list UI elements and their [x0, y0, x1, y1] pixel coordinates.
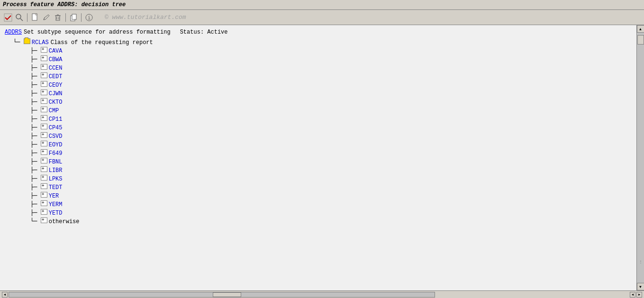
cava-expand-icon[interactable] [41, 47, 47, 53]
f649-label[interactable]: F649 [49, 150, 63, 157]
scroll-up-button[interactable]: ▲ [637, 25, 644, 33]
cp45-label[interactable]: CP45 [49, 125, 63, 131]
search-icon[interactable] [14, 12, 25, 23]
bottom-left: ◄ [0, 292, 435, 298]
list-item: ├─ F649 [30, 149, 632, 157]
list-item: ├─ CEOY [30, 81, 632, 89]
ceoy-label[interactable]: CEOY [49, 82, 63, 89]
cava-label[interactable]: CAVA [49, 48, 63, 54]
scroll-left-button[interactable]: ◄ [2, 292, 8, 298]
cp11-expand-icon[interactable] [41, 115, 47, 121]
content-scroll[interactable]: ADDRS Set subtype sequence for address f… [0, 25, 636, 290]
toolbar-separator-1 [27, 13, 27, 22]
new-icon[interactable] [30, 12, 40, 23]
list-item: ├─ CP45 [30, 124, 632, 131]
list-item: ├─ FBNL [30, 158, 632, 165]
connector-rclas: └─ [13, 39, 24, 45]
otherwise-expand-icon[interactable] [41, 217, 47, 223]
connector: ├─ [30, 184, 41, 190]
list-item: ├─ TEDT [30, 183, 632, 191]
connector: ├─ [30, 81, 41, 88]
cmp-expand-icon[interactable] [41, 107, 47, 112]
copy-icon[interactable] [68, 12, 79, 23]
ckto-label[interactable]: CKTO [49, 99, 63, 106]
tedt-label[interactable]: TEDT [49, 184, 63, 191]
scroll-right-next-button[interactable]: ► [636, 292, 642, 298]
yer-label[interactable]: YER [49, 193, 59, 199]
fbnl-expand-icon[interactable] [41, 158, 47, 163]
vertical-scrollbar[interactable]: ▲ ⋮ ▼ [636, 25, 644, 290]
connector: ├─ [30, 90, 41, 97]
delete-icon[interactable] [53, 12, 63, 23]
scroll-down-button[interactable]: ▼ [637, 283, 644, 290]
title-bar: Process feature ADDRS: decision tree [0, 0, 644, 10]
horizontal-scroll-track[interactable] [9, 292, 435, 298]
eoyd-expand-icon[interactable] [41, 141, 47, 146]
connector: ├─ [30, 201, 41, 208]
otherwise-label[interactable]: otherwise [49, 218, 80, 225]
addrs-node-label[interactable]: ADDRS [5, 29, 22, 36]
connector: ├─ [30, 167, 41, 173]
scroll-track[interactable]: ⋮ [637, 33, 644, 283]
cedt-expand-icon[interactable] [41, 72, 47, 78]
connector: ├─ [30, 141, 41, 148]
tree-level1: └─ RCLAS Class of the requesting report … [13, 38, 632, 225]
list-item: ├─ YER [30, 192, 632, 199]
connector: ├─ [30, 124, 41, 131]
rclas-label[interactable]: RCLAS [32, 39, 49, 46]
cmp-label[interactable]: CMP [49, 108, 59, 114]
libr-expand-icon[interactable] [41, 166, 47, 172]
info-icon[interactable]: i [84, 12, 94, 23]
svg-text:i: i [88, 16, 91, 21]
content-area: ADDRS Set subtype sequence for address f… [0, 25, 636, 290]
eoyd-label[interactable]: EOYD [49, 142, 63, 148]
toolbar: i © www.tutorialkart.com [0, 10, 644, 25]
cbwa-label[interactable]: CBWA [49, 56, 63, 63]
edit-icon[interactable] [41, 12, 52, 23]
cp11-label[interactable]: CP11 [49, 116, 63, 123]
list-item: ├─ CP11 [30, 115, 632, 123]
cp45-expand-icon[interactable] [41, 124, 47, 129]
list-item: ├─ CBWA [30, 55, 632, 63]
connector: ├─ [30, 133, 41, 139]
addrs-status: Status: Active [180, 29, 228, 36]
ccen-expand-icon[interactable] [41, 64, 47, 70]
tedt-expand-icon[interactable] [41, 183, 47, 189]
list-item: ├─ CJWN [30, 90, 632, 97]
ceoy-expand-icon[interactable] [41, 81, 47, 87]
connector: ├─ [30, 150, 41, 156]
libr-label[interactable]: LIBR [49, 167, 63, 174]
rclas-node: └─ RCLAS Class of the requesting report [13, 38, 632, 46]
cbwa-expand-icon[interactable] [41, 55, 47, 61]
main-area: ADDRS Set subtype sequence for address f… [0, 25, 644, 290]
csvd-label[interactable]: CSVD [49, 133, 63, 140]
toolbar-separator-3 [81, 13, 82, 22]
connector: ├─ [30, 99, 41, 105]
yer-expand-icon[interactable] [41, 192, 47, 198]
scroll-thumb[interactable] [637, 35, 644, 45]
yetd-label[interactable]: YETD [49, 210, 63, 217]
ccen-label[interactable]: CCEN [49, 65, 63, 72]
cedt-label[interactable]: CEDT [49, 73, 63, 80]
yerm-label[interactable]: YERM [49, 201, 63, 208]
lpks-label[interactable]: LPKS [49, 176, 63, 182]
cjwn-label[interactable]: CJWN [49, 90, 63, 97]
csvd-expand-icon[interactable] [41, 132, 47, 138]
connector: ├─ [30, 209, 41, 216]
yerm-expand-icon[interactable] [41, 200, 47, 206]
list-item: ├─ LPKS [30, 175, 632, 182]
f649-expand-icon[interactable] [41, 149, 47, 155]
yetd-expand-icon[interactable] [41, 209, 47, 215]
rclas-folder-icon[interactable] [24, 38, 30, 44]
connector: ├─ [30, 192, 41, 199]
scroll-right-prev-button[interactable]: ◄ [630, 292, 635, 298]
horizontal-scroll-thumb[interactable] [213, 292, 241, 297]
rclas-description: Class of the requesting report [51, 39, 153, 46]
activate-icon[interactable] [3, 12, 13, 23]
fbnl-label[interactable]: FBNL [49, 159, 63, 165]
split-handle[interactable]: ⋮ [637, 260, 644, 264]
ckto-expand-icon[interactable] [41, 98, 47, 104]
cjwn-expand-icon[interactable] [41, 90, 47, 95]
bottom-bar: ◄ ◄ ► [0, 290, 644, 298]
lpks-expand-icon[interactable] [41, 175, 47, 181]
